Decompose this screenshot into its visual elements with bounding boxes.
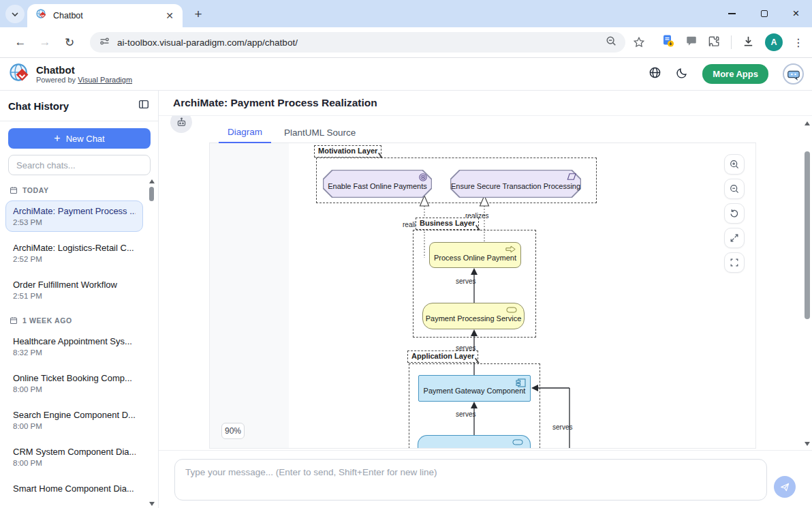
app-header: Chatbot Powered by Visual Paradigm More …	[0, 58, 812, 91]
chatbot-avatar-icon[interactable]	[783, 63, 804, 85]
visual-paradigm-link[interactable]: Visual Paradigm	[78, 76, 132, 84]
site-settings-icon[interactable]	[99, 35, 110, 50]
fullscreen-button[interactable]	[724, 252, 745, 273]
chat-scrollbar[interactable]	[803, 117, 811, 449]
collapse-sidebar-icon[interactable]	[138, 98, 150, 113]
scroll-down-icon[interactable]	[805, 442, 810, 446]
search-chats-input[interactable]	[8, 155, 151, 175]
chat-group-label-today: TODAY	[10, 186, 158, 194]
chat-list-item[interactable]: Order Fulfillment Workflow 2:51 PM	[5, 274, 143, 305]
relation-label-serves: serves	[456, 278, 475, 285]
downloads-icon[interactable]	[742, 35, 755, 50]
scroll-down-icon[interactable]	[149, 502, 155, 506]
toolbar-divider	[731, 35, 732, 49]
plus-icon: +	[54, 132, 60, 145]
window-minimize-button[interactable]	[716, 0, 748, 27]
chat-messages-region: Diagram PlantUML Source	[159, 116, 812, 450]
diagram-viewport[interactable]: Motivation Layer Business Layer Applicat…	[209, 143, 756, 449]
component-icon	[516, 378, 526, 389]
tab-search-chevron-icon[interactable]	[5, 5, 25, 23]
business-service-element: Payment Processing Service	[422, 303, 525, 329]
calendar-icon	[10, 316, 18, 325]
browser-tab[interactable]: Chatbot ✕	[27, 4, 183, 27]
zoom-out-button[interactable]	[724, 179, 745, 199]
dark-mode-moon-icon[interactable]	[676, 67, 688, 82]
zoom-level-badge: 90%	[221, 423, 245, 439]
calendar-icon	[10, 186, 18, 194]
chat-content: ArchiMate: Payment Process Realization D…	[159, 91, 812, 508]
reset-zoom-button[interactable]	[724, 203, 745, 224]
goal-element: Enable Fast Online Payments	[323, 170, 432, 198]
scrollbar-thumb[interactable]	[149, 187, 154, 201]
extensions-puzzle-icon[interactable]	[708, 35, 721, 50]
relation-label-serves: serves	[552, 423, 572, 431]
address-bar[interactable]: ai-toolbox.visual-paradigm.com/app/chatb…	[90, 32, 625, 53]
chat-history-sidebar: Chat History +New Chat TODAY ArchiMate: …	[0, 91, 159, 508]
translate-extension-icon[interactable]	[661, 34, 675, 50]
chat-list-item[interactable]: Smart Home Component Dia...	[5, 478, 143, 501]
forward-icon[interactable]: →	[37, 34, 53, 50]
scroll-up-icon[interactable]	[805, 121, 810, 125]
url-text[interactable]: ai-toolbox.visual-paradigm.com/app/chatb…	[117, 38, 605, 48]
chat-list-item[interactable]: CRM System Component Dia... 8:00 PM	[5, 441, 143, 473]
chat-list-item[interactable]: Search Engine Component D... 8:00 PM	[5, 404, 143, 436]
diagram-message-card: Diagram PlantUML Source	[209, 123, 756, 449]
new-tab-button[interactable]: +	[190, 6, 206, 23]
business-layer-label: Business Layer	[416, 218, 479, 230]
back-icon[interactable]: ←	[12, 34, 29, 50]
comment-extension-icon[interactable]	[685, 35, 698, 50]
application-service-element-partial	[418, 435, 531, 449]
chat-group-label-week: 1 WEEK AGO	[10, 316, 158, 325]
tab-close-icon[interactable]: ✕	[163, 10, 176, 22]
language-globe-icon[interactable]	[649, 66, 661, 82]
chat-list-item[interactable]: ArchiMate: Logistics-Retail C... 2:52 PM	[5, 237, 143, 269]
motivation-layer-label: Motivation Layer	[314, 145, 381, 158]
browser-tabstrip: Chatbot ✕ + ×	[0, 0, 812, 27]
browser-menu-icon[interactable]: ⋮	[793, 36, 804, 49]
chat-list-item[interactable]: ArchiMate: Payment Process ... 2:53 PM	[5, 200, 143, 232]
diagram-tabs: Diagram PlantUML Source	[209, 123, 756, 143]
browser-urlbar: ← → ↻ ai-toolbox.visual-paradigm.com/app…	[0, 27, 812, 58]
robot-icon	[176, 117, 187, 128]
new-chat-button[interactable]: +New Chat	[8, 128, 151, 149]
send-plane-icon	[779, 481, 790, 492]
tab-diagram[interactable]: Diagram	[219, 127, 271, 143]
powered-by: Powered by Visual Paradigm	[36, 76, 132, 84]
browser-window: Chatbot ✕ + × ← → ↻ ai-toolbox.visual-pa…	[0, 0, 812, 508]
fit-expand-button[interactable]	[724, 228, 745, 248]
sidebar-scrollbar[interactable]	[148, 179, 156, 507]
visual-paradigm-logo	[10, 63, 30, 86]
outcome-element: Ensure Secure Transaction Processing	[450, 170, 581, 198]
app-title: Chatbot	[36, 64, 132, 76]
profile-avatar[interactable]: A	[765, 33, 783, 51]
zoom-out-page-icon[interactable]	[605, 35, 617, 50]
application-service-icon	[512, 438, 523, 447]
chat-list-item[interactable]: Healthcare Appointment Sys... 8:32 PM	[5, 331, 143, 362]
zoom-in-button[interactable]	[724, 154, 745, 175]
message-input[interactable]	[174, 459, 767, 500]
reload-icon[interactable]: ↻	[61, 34, 78, 50]
business-process-element: Process Online Payment	[429, 242, 521, 268]
favicon-visual-paradigm-icon	[36, 9, 47, 23]
scrollbar-thumb[interactable]	[805, 151, 810, 319]
conversation-title: ArchiMate: Payment Process Realization	[173, 97, 377, 109]
more-apps-button[interactable]: More Apps	[702, 64, 768, 84]
tab-title: Chatbot	[53, 11, 163, 20]
application-component-element: Payment Gateway Component	[418, 375, 531, 402]
business-service-icon	[506, 306, 517, 314]
scroll-up-icon[interactable]	[149, 179, 155, 183]
window-close-button[interactable]: ×	[780, 0, 812, 27]
window-maximize-button[interactable]	[748, 0, 780, 27]
diagram-toolbar	[724, 154, 745, 273]
chat-list-item[interactable]: Online Ticket Booking Comp... 8:00 PM	[5, 368, 143, 399]
relation-label-serves: serves	[456, 410, 475, 418]
archimate-diagram-canvas: Motivation Layer Business Layer Applicat…	[289, 143, 756, 449]
business-process-icon	[505, 245, 516, 254]
bookmark-star-icon[interactable]	[631, 34, 647, 50]
send-button[interactable]	[774, 476, 796, 498]
message-composer	[159, 450, 812, 508]
tab-plantuml-source[interactable]: PlantUML Source	[275, 128, 364, 143]
sidebar-title: Chat History	[8, 100, 138, 112]
assistant-avatar	[170, 116, 192, 133]
application-layer-label: Application Layer	[407, 350, 478, 363]
